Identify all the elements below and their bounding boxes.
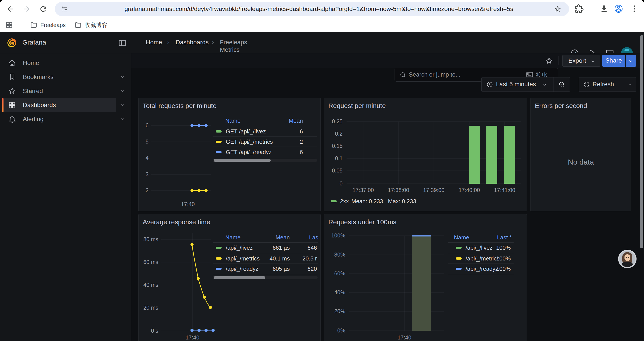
- series-name[interactable]: GET /api/_/livez: [226, 128, 266, 135]
- search-shortcut: ⌘+k: [536, 72, 547, 78]
- legend-header-name[interactable]: Name: [225, 117, 240, 124]
- series-last: 646: [294, 244, 317, 251]
- chevron-down-icon: [627, 82, 632, 87]
- breadcrumb-home[interactable]: Home: [146, 39, 162, 46]
- share-button[interactable]: Share: [602, 55, 625, 67]
- legend-header-name[interactable]: Name: [225, 234, 240, 241]
- time-range-picker[interactable]: Last 5 minutes: [482, 78, 553, 92]
- legend-series-name[interactable]: 2xx: [340, 198, 349, 205]
- browser-menu-icon[interactable]: [630, 5, 639, 13]
- series-swatch: [216, 257, 222, 260]
- panel-errors-per-second[interactable]: Errors per second No data: [530, 98, 631, 211]
- sidebar-item-starred[interactable]: Starred: [0, 84, 131, 98]
- home-icon: [8, 59, 16, 67]
- svg-text:0.2: 0.2: [335, 131, 342, 137]
- bookmark-folder-label: 收藏博客: [84, 22, 108, 28]
- chevron-down-icon[interactable]: [120, 116, 126, 122]
- sidebar-toggle-icon[interactable]: [118, 39, 127, 47]
- series-name[interactable]: GET /api/_/metrics: [226, 138, 273, 145]
- extensions-icon[interactable]: [575, 5, 584, 13]
- svg-text:0.05: 0.05: [332, 167, 342, 174]
- legend-divider: [448, 253, 514, 253]
- panel-title[interactable]: Errors per second: [535, 102, 587, 110]
- site-settings-icon[interactable]: [61, 6, 68, 13]
- refresh-interval-button[interactable]: [624, 78, 636, 92]
- panel-request-per-minute[interactable]: Request per minute 0.250.20.150.10.05017…: [324, 98, 527, 211]
- apps-grid-icon[interactable]: [5, 21, 13, 29]
- sidebar-item-dashboards[interactable]: Dashboards: [0, 98, 131, 112]
- bell-icon: [8, 115, 16, 123]
- legend-scrollbar-thumb[interactable]: [214, 159, 271, 162]
- downloads-icon[interactable]: [600, 5, 608, 13]
- legend-divider: [212, 147, 317, 147]
- favorite-star-icon[interactable]: [545, 57, 553, 65]
- zoom-out-button[interactable]: [554, 78, 570, 92]
- svg-text:0.25: 0.25: [332, 118, 342, 124]
- panel-total-requests-per-minute[interactable]: Total requests per minute 6543217:40 Nam…: [138, 98, 321, 211]
- avatar-face: [624, 254, 630, 261]
- chevron-down-icon[interactable]: [120, 88, 126, 94]
- series-swatch: [456, 257, 462, 260]
- reload-icon[interactable]: [39, 5, 47, 13]
- legend-header-mean[interactable]: Mean: [257, 234, 290, 241]
- refresh-button[interactable]: Refresh: [579, 78, 624, 92]
- svg-text:60%: 60%: [334, 270, 345, 276]
- series-last: 100%: [478, 244, 511, 251]
- sidebar-item-label: Bookmarks: [23, 73, 54, 81]
- actions-divider: [558, 56, 559, 65]
- series-name[interactable]: GET /api/_/readyz: [226, 149, 272, 156]
- legend-header-name[interactable]: Name: [454, 234, 469, 241]
- sidebar-item-alerting[interactable]: Alerting: [0, 112, 131, 126]
- panel-requests-under-100ms[interactable]: Requests under 100ms 100%80%60%40%20%0%1…: [324, 214, 527, 341]
- share-label: Share: [606, 57, 622, 64]
- legend-header-mean[interactable]: Mean: [270, 117, 303, 124]
- svg-text:17:39:00: 17:39:00: [423, 187, 444, 193]
- bookmark-star-icon[interactable]: [554, 5, 562, 13]
- series-name[interactable]: /api/_/metrics: [226, 255, 260, 262]
- legend-header-last[interactable]: Last *: [479, 234, 512, 241]
- grafana-logo[interactable]: [6, 38, 17, 48]
- star-icon: [8, 87, 16, 95]
- chevron-down-icon: [628, 58, 634, 64]
- time-controls-group: Last 5 minutes: [481, 77, 570, 92]
- legend-scrollbar-thumb[interactable]: [214, 276, 265, 279]
- sidebar-item-home[interactable]: Home: [0, 56, 131, 70]
- back-icon[interactable]: [6, 5, 14, 13]
- profile-icon[interactable]: [614, 5, 623, 13]
- bookmark-folder-blogs[interactable]: 收藏博客: [72, 20, 123, 30]
- legend-header-last[interactable]: Las: [309, 234, 318, 241]
- legend-divider: [212, 242, 318, 243]
- chevron-down-icon[interactable]: [120, 74, 126, 80]
- legend-scrollbar[interactable]: [212, 159, 317, 162]
- svg-text:60 ms: 60 ms: [143, 259, 158, 265]
- page-scrollbar-thumb[interactable]: [640, 35, 643, 248]
- refresh-group: Refresh: [579, 77, 636, 92]
- share-menu-button[interactable]: [626, 55, 636, 67]
- breadcrumb-dashboards[interactable]: Dashboards: [176, 39, 209, 46]
- url-text[interactable]: grafana.mathmast.com/d/deytv4rwavabkb/fr…: [124, 6, 513, 13]
- series-mean: 6: [270, 128, 303, 135]
- chevron-down-icon[interactable]: [120, 102, 126, 108]
- sidebar-item-bookmarks[interactable]: Bookmarks: [0, 70, 131, 84]
- series-name[interactable]: /api/_/livez: [226, 244, 253, 251]
- series-name[interactable]: /api/_/readyz: [226, 265, 258, 272]
- active-highlight: [2, 98, 116, 112]
- sidebar-item-label: Dashboards: [23, 101, 56, 109]
- export-button[interactable]: Export: [562, 55, 600, 67]
- zoom-out-icon: [558, 81, 565, 88]
- grafana-brand[interactable]: Grafana: [22, 39, 46, 46]
- svg-text:0%: 0%: [337, 327, 345, 333]
- legend-divider: [448, 274, 514, 274]
- svg-text:40%: 40%: [334, 289, 345, 295]
- browser-toolbar: grafana.mathmast.com/d/deytv4rwavabkb/fr…: [0, 0, 644, 18]
- panel-average-response-time[interactable]: Average response time 80 ms60 ms40 ms20 …: [138, 214, 321, 341]
- forward-icon[interactable]: [22, 5, 31, 13]
- floating-assistant-avatar[interactable]: [618, 250, 636, 268]
- legend-scrollbar[interactable]: [212, 276, 318, 279]
- legend-divider: [448, 263, 514, 264]
- svg-text:17:37:00: 17:37:00: [352, 187, 374, 193]
- svg-text:3: 3: [146, 171, 148, 177]
- bookmark-folder-freeleaps[interactable]: Freeleaps: [28, 20, 78, 30]
- address-bar[interactable]: grafana.mathmast.com/d/deytv4rwavabkb/fr…: [55, 2, 569, 16]
- sidebar: Home Bookmarks Starred Dashboards Alerti…: [0, 53, 131, 341]
